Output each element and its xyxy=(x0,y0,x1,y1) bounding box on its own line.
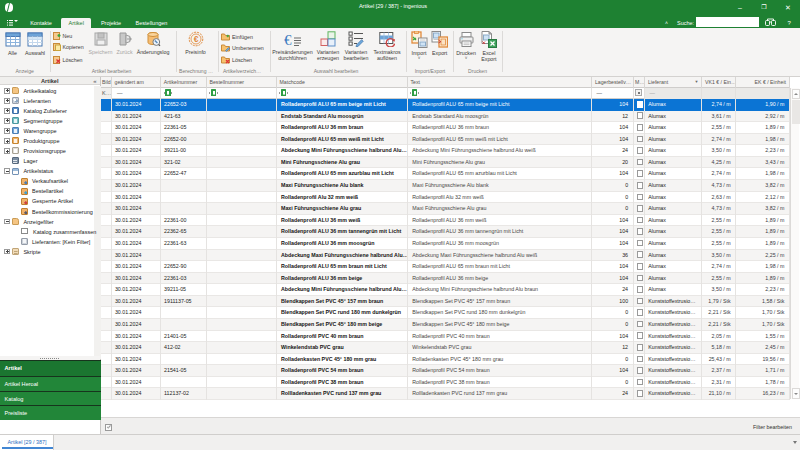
svg-text:€: € xyxy=(284,32,292,48)
svg-text:€: € xyxy=(193,34,198,44)
